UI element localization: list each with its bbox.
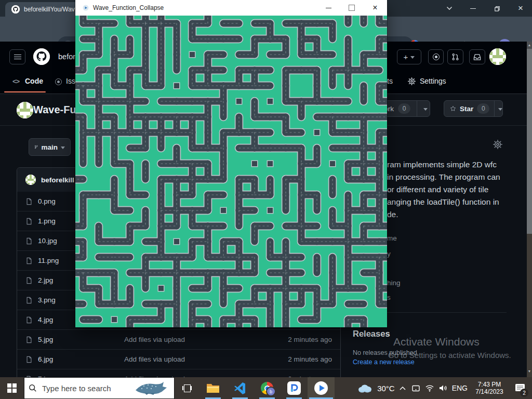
global-issues-button[interactable] [428, 49, 444, 64]
inbox-button[interactable] [469, 49, 485, 64]
browser-close-button[interactable]: × [513, 2, 528, 15]
file-name[interactable]: 5.jpg [38, 336, 53, 343]
browser-minimize-button[interactable] [465, 2, 481, 15]
taskbar-processing[interactable] [281, 377, 308, 399]
file-name[interactable]: 2.jpg [38, 276, 53, 284]
about-text-line: anging the loadTile() function in [387, 197, 499, 207]
scrollbar-up-arrow[interactable]: ▲ [527, 42, 532, 48]
temperature[interactable]: 30°C [377, 384, 395, 393]
taskbar-search[interactable] [24, 377, 175, 399]
wfc-close-button[interactable]: × [367, 0, 383, 16]
file-name[interactable]: 3.png [38, 296, 56, 304]
active-tab-underline [4, 91, 46, 92]
screen: beforelkillYou/Wav × ← → [0, 0, 532, 399]
tab-settings[interactable]: Settings [420, 77, 446, 85]
scrollbar-track-lower[interactable] [527, 234, 532, 377]
branch-selector-button[interactable]: main [29, 138, 71, 156]
pull-request-icon [451, 53, 459, 61]
file-name[interactable]: 11.png [38, 257, 59, 264]
taskbar-vscode[interactable] [227, 377, 254, 399]
about-text-line: ram implements simple 2D wfc [387, 160, 497, 169]
github-logo[interactable] [33, 48, 50, 65]
plus-icon: + [404, 52, 408, 61]
file-name[interactable]: 4.jpg [38, 316, 53, 324]
star-button[interactable]: Star 0 [444, 100, 503, 117]
scrollbar-thumb[interactable] [527, 49, 532, 234]
wfc-window-titlebar[interactable]: Wave_Function_Collapse × [75, 0, 387, 16]
file-name[interactable]: 0.png [38, 197, 56, 205]
repo-avatar [17, 102, 33, 118]
weather-cloud-icon[interactable] [357, 383, 373, 393]
file-icon [25, 257, 33, 265]
fork-count-badge: 0 [398, 103, 410, 114]
search-input[interactable] [41, 383, 121, 393]
file-icon [25, 296, 33, 304]
language-indicator[interactable]: ENG [452, 384, 468, 392]
scrollbar-down-arrow[interactable]: ▼ [527, 368, 532, 374]
commit-author[interactable]: beforelkill [41, 176, 74, 184]
clock-date: 7/14/2023 [472, 388, 507, 395]
file-row: 6.jpg Add files via upload 2 minutes ago [17, 349, 340, 369]
taskbar-clock[interactable]: 7:43 PM 7/14/2023 [472, 381, 507, 395]
wifi-icon[interactable] [425, 384, 434, 392]
about-text-line: de. [387, 210, 398, 219]
file-row: 5.jpg Add files via upload 2 minutes ago [17, 329, 340, 349]
system-tray: 30°C ENG 7:43 PM 7/14/2023 2 [357, 377, 532, 399]
file-icon [25, 197, 33, 206]
wfc-maximize-button[interactable] [344, 0, 360, 16]
sketch-play-icon [314, 381, 328, 395]
file-icon [25, 336, 33, 344]
file-icon [25, 276, 33, 285]
star-label: Star [460, 105, 473, 113]
clock-time: 7:43 PM [472, 381, 507, 388]
taskbar-wfc-sketch-active[interactable] [308, 377, 335, 399]
sidebar-link-watching[interactable]: hing [387, 279, 401, 287]
wfc-app-window: Wave_Function_Collapse × [75, 0, 387, 327]
commit-message[interactable]: Add files via upload [124, 336, 288, 343]
create-new-button[interactable]: + [397, 49, 421, 64]
chrome-profile-badge: b [266, 387, 276, 396]
file-explorer-icon [206, 382, 220, 394]
file-name[interactable]: 10.jpg [38, 237, 57, 245]
tray-chevron-up-icon[interactable] [400, 386, 407, 390]
gear-icon [407, 77, 416, 86]
tab-search-chevron-icon[interactable] [442, 2, 457, 15]
windows-logo-icon [7, 383, 17, 393]
file-name[interactable]: 6.jpg [38, 355, 53, 363]
releases-heading[interactable]: Releases [353, 329, 390, 339]
repo-title[interactable]: Wave-Fu [33, 104, 76, 116]
taskbar-chrome[interactable]: b [254, 377, 281, 399]
page-scrollbar[interactable]: ▲ ▼ [527, 42, 532, 377]
taskbar-file-explorer[interactable] [200, 377, 227, 399]
about-gear-icon[interactable] [493, 139, 503, 150]
commit-author-avatar [25, 175, 36, 185]
code-icon: <> [12, 77, 19, 85]
notification-center-button[interactable]: 2 [511, 377, 529, 399]
user-avatar[interactable] [489, 48, 506, 65]
device-icon[interactable] [411, 384, 420, 392]
sidebar-link-readme[interactable]: me [387, 234, 397, 242]
task-view-button[interactable] [175, 377, 200, 399]
volume-icon[interactable] [439, 384, 447, 392]
about-text-line: or different and variety of tile [387, 185, 488, 194]
sidebar-link-forks[interactable]: s [387, 294, 391, 301]
commit-message[interactable]: Add files via upload [124, 355, 288, 363]
tab-code[interactable]: Code [25, 77, 43, 85]
issue-icon [433, 54, 440, 60]
start-button[interactable] [0, 377, 24, 399]
file-name[interactable]: 1.png [38, 217, 56, 225]
file-icon [25, 355, 33, 364]
branch-name: main [41, 143, 58, 151]
tab-insights-fragment[interactable]: ts [387, 77, 393, 85]
sidebar-link-activity[interactable]: y [387, 250, 391, 258]
wfc-minimize-button[interactable] [321, 0, 336, 16]
hamburger-menu-button[interactable] [9, 49, 25, 64]
pull-requests-button[interactable] [447, 49, 463, 64]
inbox-icon [473, 54, 481, 61]
browser-restore-button[interactable] [489, 2, 504, 15]
breadcrumb-org[interactable]: befor [58, 52, 75, 61]
sidebar-divider [387, 312, 507, 313]
create-release-link[interactable]: Create a new release [353, 358, 415, 366]
tab-issues[interactable]: Iss [66, 77, 75, 85]
file-icon [25, 316, 33, 324]
